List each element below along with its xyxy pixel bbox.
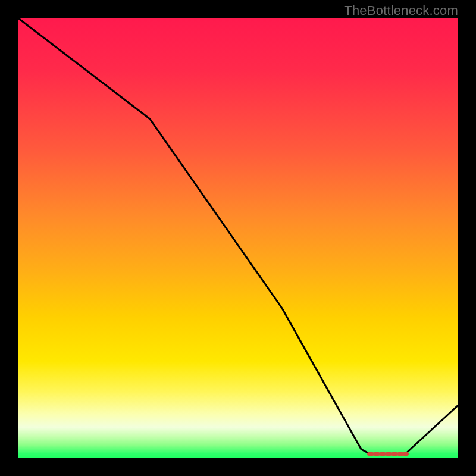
chart-frame: TheBottleneck.com bbox=[0, 0, 476, 476]
watermark-text: TheBottleneck.com bbox=[344, 3, 458, 18]
plot-area bbox=[18, 18, 458, 458]
bottleneck-curve-path bbox=[18, 18, 458, 454]
line-chart-svg bbox=[18, 18, 458, 458]
